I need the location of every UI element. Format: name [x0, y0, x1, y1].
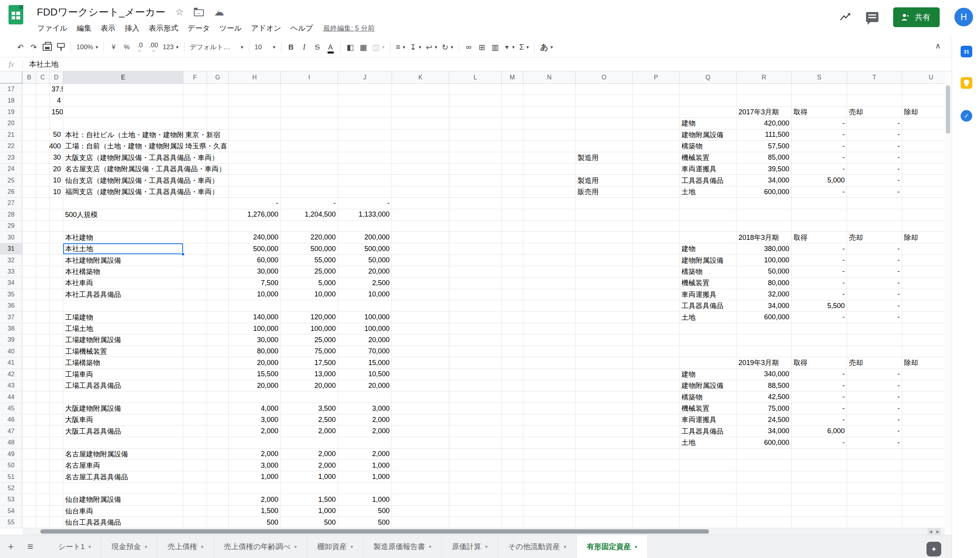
- cell-G42[interactable]: [207, 369, 229, 380]
- cell-B23[interactable]: [22, 152, 36, 164]
- cell-E17[interactable]: [63, 84, 183, 95]
- cell-H39[interactable]: 30,000: [229, 334, 281, 346]
- cell-P38[interactable]: [633, 323, 680, 334]
- cell-B42[interactable]: [22, 369, 36, 380]
- cell-P43[interactable]: [633, 380, 680, 391]
- sheets-logo-icon[interactable]: [9, 5, 23, 24]
- cell-C22[interactable]: [36, 141, 50, 152]
- cell-O52[interactable]: [576, 483, 633, 494]
- tab-tangible-fixed-assets[interactable]: 有形固定資産▾: [577, 535, 648, 558]
- cell-S40[interactable]: [792, 346, 847, 357]
- cell-R53[interactable]: [737, 494, 792, 505]
- cell-S25[interactable]: 5,000: [792, 175, 847, 186]
- cell-Q44[interactable]: 構築物: [680, 391, 737, 403]
- star-icon[interactable]: ☆: [176, 7, 184, 17]
- cell-U48[interactable]: [902, 437, 945, 448]
- row-header-35[interactable]: 35: [0, 289, 22, 300]
- cell-T35[interactable]: -: [847, 289, 902, 300]
- cell-B52[interactable]: [22, 483, 36, 494]
- cell-C29[interactable]: [36, 220, 50, 232]
- cell-F55[interactable]: [183, 517, 207, 528]
- cell-U26[interactable]: [902, 186, 945, 198]
- cell-P29[interactable]: [633, 220, 680, 232]
- cell-U53[interactable]: [902, 494, 945, 505]
- cell-U49[interactable]: [902, 449, 945, 460]
- cell-J22[interactable]: [338, 141, 392, 152]
- cell-R23[interactable]: 85,000: [737, 152, 792, 164]
- cell-D49[interactable]: [50, 449, 63, 460]
- cell-K40[interactable]: [392, 346, 449, 357]
- cell-U47[interactable]: [902, 426, 945, 437]
- cell-L49[interactable]: [449, 449, 502, 460]
- cell-P28[interactable]: [633, 209, 680, 220]
- all-sheets-button[interactable]: ≡: [22, 535, 39, 558]
- cell-I28[interactable]: 1,204,500: [281, 209, 338, 220]
- cell-N42[interactable]: [523, 369, 576, 380]
- cell-E32[interactable]: 本社建物附属設備: [63, 255, 183, 266]
- cell-C39[interactable]: [36, 334, 50, 346]
- cell-S19[interactable]: 取得: [792, 107, 847, 118]
- cell-O50[interactable]: [576, 460, 633, 471]
- cell-L55[interactable]: [449, 517, 502, 528]
- cell-M49[interactable]: [502, 449, 523, 460]
- fill-handle[interactable]: [181, 253, 185, 256]
- cell-B30[interactable]: [22, 232, 36, 243]
- cell-Q19[interactable]: [680, 107, 737, 118]
- cell-H37[interactable]: 140,000: [229, 312, 281, 323]
- cell-D27[interactable]: [50, 198, 63, 209]
- cell-I29[interactable]: [281, 220, 338, 232]
- cell-N27[interactable]: [523, 198, 576, 209]
- cell-I45[interactable]: 3,500: [281, 403, 338, 414]
- cell-U36[interactable]: [902, 300, 945, 312]
- row-header-22[interactable]: 22: [0, 141, 22, 152]
- cell-O40[interactable]: [576, 346, 633, 357]
- cell-L29[interactable]: [449, 220, 502, 232]
- cell-B38[interactable]: [22, 323, 36, 334]
- cell-I27[interactable]: -: [281, 198, 338, 209]
- row-header-21[interactable]: 21: [0, 129, 22, 141]
- cell-O17[interactable]: [576, 84, 633, 95]
- cell-S23[interactable]: -: [792, 152, 847, 164]
- row-header-55[interactable]: 55: [0, 517, 22, 528]
- cell-N24[interactable]: [523, 164, 576, 175]
- cell-O26[interactable]: 販売用: [576, 186, 633, 198]
- cell-E53[interactable]: 仙台建物附属設備: [63, 494, 183, 505]
- cell-T26[interactable]: -: [847, 186, 902, 198]
- cell-K41[interactable]: [392, 357, 449, 369]
- cell-I41[interactable]: 17,500: [281, 357, 338, 369]
- cell-M28[interactable]: [502, 209, 523, 220]
- cell-S43[interactable]: -: [792, 380, 847, 391]
- cell-B27[interactable]: [22, 198, 36, 209]
- cell-J55[interactable]: 500: [338, 517, 392, 528]
- column-header-I[interactable]: I: [281, 71, 338, 83]
- cell-O49[interactable]: [576, 449, 633, 460]
- cell-F18[interactable]: [183, 95, 207, 106]
- cell-J33[interactable]: 20,000: [338, 266, 392, 277]
- cell-U28[interactable]: [902, 209, 945, 220]
- cell-G52[interactable]: [207, 483, 229, 494]
- cell-E29[interactable]: [63, 220, 183, 232]
- cell-P30[interactable]: [633, 232, 680, 243]
- cell-M40[interactable]: [502, 346, 523, 357]
- cell-R20[interactable]: 420,000: [737, 118, 792, 129]
- cell-C19[interactable]: [36, 107, 50, 118]
- cell-P24[interactable]: [633, 164, 680, 175]
- cell-Q24[interactable]: 車両運搬具: [680, 164, 737, 175]
- cell-E46[interactable]: 大阪車両: [63, 414, 183, 425]
- cell-O30[interactable]: [576, 232, 633, 243]
- cell-M53[interactable]: [502, 494, 523, 505]
- cell-T47[interactable]: -: [847, 426, 902, 437]
- cell-D37[interactable]: [50, 312, 63, 323]
- cell-T30[interactable]: 売却: [847, 232, 902, 243]
- cell-T17[interactable]: [847, 84, 902, 95]
- merge-cells-button[interactable]: ◫▾: [370, 40, 387, 54]
- cell-S51[interactable]: [792, 471, 847, 482]
- cell-B33[interactable]: [22, 266, 36, 277]
- cell-G53[interactable]: [207, 494, 229, 505]
- row-header-33[interactable]: 33: [0, 266, 22, 277]
- cell-L25[interactable]: [449, 175, 502, 186]
- cell-J30[interactable]: 200,000: [338, 232, 392, 243]
- row-header-31[interactable]: 31: [0, 243, 22, 255]
- cell-K39[interactable]: [392, 334, 449, 346]
- cell-H53[interactable]: 2,000: [229, 494, 281, 505]
